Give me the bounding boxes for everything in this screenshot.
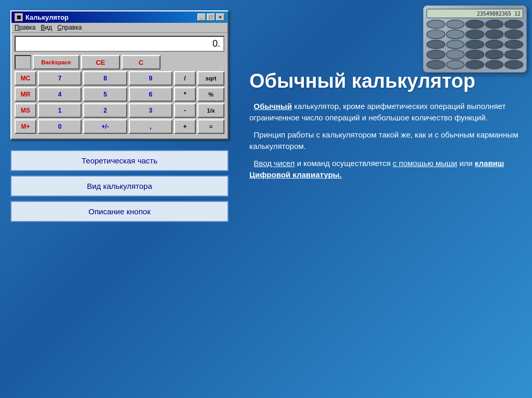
btn-percent[interactable]: % bbox=[197, 87, 224, 102]
ce-button[interactable]: CE bbox=[81, 55, 120, 70]
link-mouse[interactable]: с помощью мыши bbox=[393, 159, 457, 168]
btn-reciprocal[interactable]: 1/x bbox=[197, 103, 224, 118]
link-vvod[interactable]: Ввод чисел bbox=[254, 159, 295, 168]
btn-5[interactable]: 5 bbox=[83, 87, 127, 102]
btn-3[interactable]: 3 bbox=[129, 103, 172, 118]
phys-btn bbox=[485, 60, 504, 69]
menu-vid[interactable]: Вид bbox=[41, 24, 52, 31]
btn-sign[interactable]: +/- bbox=[83, 119, 127, 134]
phys-btn bbox=[504, 50, 523, 59]
content-para-1: Обычный калькулятор, кроме арифметически… bbox=[249, 101, 519, 124]
btn-4[interactable]: 4 bbox=[38, 87, 82, 102]
phys-btn-grid bbox=[427, 20, 523, 69]
btn-minus[interactable]: - bbox=[174, 103, 196, 118]
btn-9[interactable]: 9 bbox=[129, 71, 172, 86]
ms-button[interactable]: MS bbox=[15, 103, 36, 118]
calc-row-2: MC 7 8 9 / sqrt bbox=[15, 71, 224, 86]
content-para-3: Ввод чисел и команд осуществляется с пом… bbox=[249, 158, 519, 181]
nav-buttons: Теоретическая часть Вид калькулятора Опи… bbox=[10, 150, 229, 222]
window-title: Калькулятор bbox=[25, 13, 69, 21]
phys-screen: 23549882365 12 bbox=[427, 9, 523, 18]
phys-btn bbox=[446, 50, 465, 59]
phys-btn bbox=[485, 50, 504, 59]
nav-buttons-desc[interactable]: Описание кнопок bbox=[10, 201, 229, 222]
phys-btn bbox=[504, 60, 523, 69]
backspace-button[interactable]: Backspace bbox=[33, 55, 79, 70]
right-panel: 23549882365 12 bbox=[244, 0, 532, 398]
page-title: Обычный калькулятор bbox=[249, 70, 519, 93]
btn-sqrt[interactable]: sqrt bbox=[197, 71, 224, 86]
phys-btn bbox=[466, 20, 484, 29]
phys-btn bbox=[446, 30, 465, 38]
menu-spravka[interactable]: Справка bbox=[57, 24, 82, 31]
mc-button[interactable]: MC bbox=[15, 71, 36, 86]
btn-multiply[interactable]: * bbox=[174, 87, 196, 102]
mplus-button[interactable]: M+ bbox=[15, 119, 36, 134]
btn-decimal[interactable]: , bbox=[129, 119, 172, 134]
phys-btn bbox=[485, 20, 504, 29]
btn-1[interactable]: 1 bbox=[38, 103, 82, 118]
phys-btn bbox=[446, 40, 465, 49]
calc-photo: 23549882365 12 bbox=[423, 5, 527, 73]
phys-btn bbox=[427, 20, 445, 29]
phys-btn bbox=[504, 40, 523, 49]
app-icon: ▦ bbox=[15, 13, 23, 21]
phys-btn bbox=[466, 30, 484, 38]
phys-btn bbox=[485, 40, 504, 49]
phys-btn bbox=[427, 30, 445, 38]
mr-button[interactable]: MR bbox=[15, 87, 36, 102]
menubar: Правка Вид Справка bbox=[11, 23, 228, 33]
physical-calculator: 23549882365 12 bbox=[423, 5, 527, 73]
calc-row-3: MR 4 5 6 * % bbox=[15, 87, 224, 102]
menu-pravka[interactable]: Правка bbox=[15, 24, 36, 31]
phys-btn bbox=[466, 60, 484, 69]
calc-row-4: MS 1 2 3 - 1/x bbox=[15, 103, 224, 118]
phys-btn bbox=[504, 30, 523, 38]
phys-btn bbox=[466, 50, 484, 59]
phys-btn bbox=[427, 40, 445, 49]
checkbox-button[interactable] bbox=[15, 55, 31, 70]
phys-btn bbox=[446, 60, 465, 69]
titlebar: ▦ Калькулятор _ □ × bbox=[11, 11, 228, 23]
btn-7[interactable]: 7 bbox=[38, 71, 82, 86]
nav-view[interactable]: Вид калькулятора bbox=[10, 175, 229, 197]
phys-btn bbox=[427, 60, 445, 69]
calc-display: 0. bbox=[15, 36, 224, 52]
phys-btn bbox=[485, 30, 504, 38]
btn-6[interactable]: 6 bbox=[129, 87, 172, 102]
btn-0[interactable]: 0 bbox=[38, 119, 82, 134]
btn-divide[interactable]: / bbox=[174, 71, 196, 86]
content-para-2: Принцип работы с калькулятором такой же,… bbox=[249, 129, 519, 153]
calc-row-5: M+ 0 +/- , + = bbox=[15, 119, 224, 134]
nav-theory[interactable]: Теоретическая часть bbox=[10, 150, 229, 171]
btn-equals[interactable]: = bbox=[197, 119, 224, 134]
left-panel: ▦ Калькулятор _ □ × Правка Вид Справка 0… bbox=[0, 0, 244, 398]
c-button[interactable]: C bbox=[122, 55, 161, 70]
btn-8[interactable]: 8 bbox=[83, 71, 127, 86]
phys-btn bbox=[504, 20, 523, 29]
calc-body: 0. Backspace CE C MC 7 8 9 / sqrt MR 4 bbox=[11, 33, 228, 139]
bold-word-obychny: Обычный bbox=[254, 102, 292, 111]
btn-plus[interactable]: + bbox=[174, 119, 196, 134]
phys-btn bbox=[446, 20, 465, 29]
close-button[interactable]: × bbox=[216, 13, 224, 21]
phys-btn bbox=[427, 50, 445, 59]
titlebar-left: ▦ Калькулятор bbox=[15, 13, 69, 21]
titlebar-buttons[interactable]: _ □ × bbox=[197, 13, 224, 21]
minimize-button[interactable]: _ bbox=[197, 13, 206, 21]
maximize-button[interactable]: □ bbox=[207, 13, 215, 21]
calculator-window: ▦ Калькулятор _ □ × Правка Вид Справка 0… bbox=[10, 10, 229, 140]
phys-btn bbox=[466, 40, 484, 49]
btn-2[interactable]: 2 bbox=[83, 103, 127, 118]
calc-row-1: Backspace CE C bbox=[15, 55, 224, 70]
